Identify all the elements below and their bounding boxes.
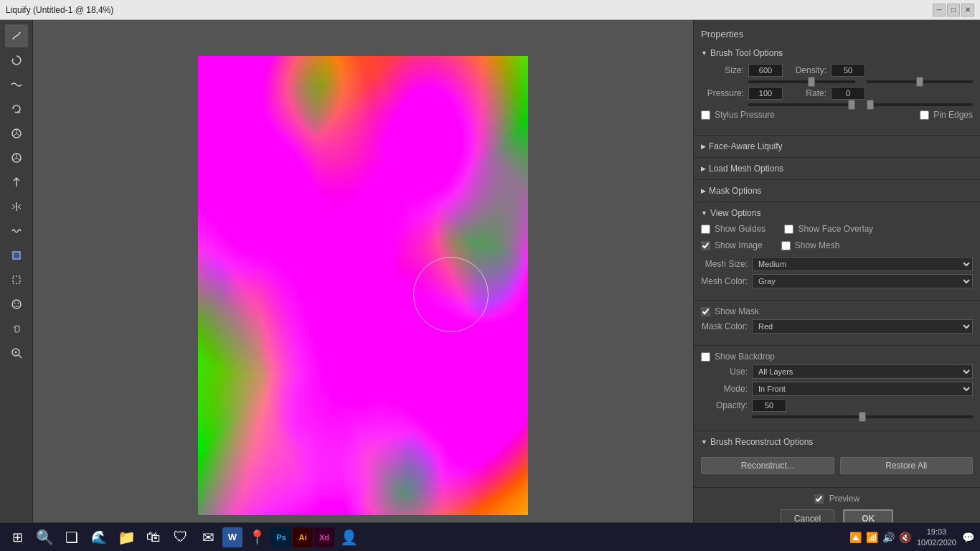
- brush-reconstruct-header[interactable]: ▼ Brush Reconstruct Options: [694, 434, 980, 450]
- pucker-tool[interactable]: [5, 122, 28, 145]
- face-aware-header[interactable]: ▶ Face-Aware Liquify: [694, 138, 980, 154]
- close-button[interactable]: ✕: [961, 4, 974, 17]
- show-backdrop-checkbox[interactable]: [701, 352, 710, 362]
- taskbar-edge[interactable]: 🌊: [86, 524, 112, 550]
- pressure-slider[interactable]: [748, 103, 855, 106]
- start-button[interactable]: ⊞: [6, 526, 29, 549]
- liquify-canvas[interactable]: [198, 56, 528, 515]
- reconstruct-buttons-row: Reconstruct... Restore All: [701, 457, 973, 474]
- divider-8: [694, 487, 980, 488]
- rate-label: Rate:: [787, 88, 826, 98]
- mask-color-select[interactable]: Red Green Blue Yellow White: [752, 319, 973, 334]
- view-options-header[interactable]: ▼ View Options: [694, 205, 980, 221]
- taskbar-store[interactable]: 🛍: [141, 524, 166, 550]
- taskbar-explorer[interactable]: 📁: [113, 524, 139, 550]
- show-image-label: Show Image: [715, 240, 763, 250]
- reconstruct-button[interactable]: Reconstruct...: [701, 457, 834, 474]
- show-image-row: Show Image: [701, 240, 763, 250]
- smooth-tool[interactable]: [5, 73, 28, 96]
- title-text: Liquify (Untitled-1 @ 18,4%): [6, 5, 113, 15]
- preview-checkbox[interactable]: [814, 494, 824, 504]
- divider-2: [694, 157, 980, 158]
- mirror-tool[interactable]: [5, 195, 28, 218]
- backdrop-opacity-label: Opacity:: [701, 400, 748, 410]
- density-input[interactable]: [831, 64, 865, 77]
- zoom-tool[interactable]: [5, 342, 28, 364]
- tray-arrow[interactable]: 🔼: [849, 532, 862, 543]
- svg-rect-11: [13, 252, 20, 259]
- right-panel: Properties ▼ Brush Tool Options Size: De…: [693, 20, 980, 551]
- twirl-clockwise-tool[interactable]: [5, 98, 28, 121]
- load-mesh-header[interactable]: ▶ Load Mesh Options: [694, 161, 980, 176]
- taskbar-task-view[interactable]: ❑: [59, 524, 85, 550]
- reconstruct-tool[interactable]: [5, 49, 28, 72]
- pressure-input[interactable]: [748, 87, 783, 100]
- density-label: Density:: [787, 65, 826, 75]
- show-face-overlay-checkbox[interactable]: [784, 225, 793, 234]
- clock[interactable]: 19:03 10/02/2020: [917, 527, 956, 547]
- mask-options-header[interactable]: ▶ Mask Options: [694, 183, 980, 199]
- preview-row: Preview: [694, 494, 980, 504]
- brush-reconstruct-content: Reconstruct... Restore All: [694, 450, 980, 484]
- thaw-mask-tool[interactable]: [5, 268, 28, 291]
- mesh-size-row: Mesh Size: Small Medium Large: [701, 257, 973, 271]
- backdrop-opacity-input[interactable]: [752, 399, 786, 412]
- minimize-button[interactable]: ─: [933, 4, 946, 17]
- warp-tool[interactable]: [5, 24, 28, 47]
- freeze-mask-tool[interactable]: [5, 244, 28, 267]
- show-guides-label: Show Guides: [715, 224, 765, 234]
- taskbar-word[interactable]: W: [222, 527, 242, 547]
- guides-faceoverlay-row: Show Guides Show Face Overlay: [701, 224, 973, 237]
- opacity-slider[interactable]: [752, 415, 973, 418]
- pin-edges-row: Pin Edges: [920, 110, 973, 120]
- left-toolbar: [0, 20, 33, 551]
- canvas-area[interactable]: 🗋 ⊞ 18,4% 25% 50% 100% ▼ 18,0/98 Doc: 24…: [33, 20, 693, 551]
- taskbar-xd[interactable]: Xd: [314, 527, 334, 547]
- canvas-content: [198, 56, 528, 515]
- title-bar: Liquify (Untitled-1 @ 18,4%) ─ □ ✕: [0, 0, 980, 20]
- hand-tool[interactable]: [5, 317, 28, 340]
- pin-edges-checkbox[interactable]: [920, 110, 929, 120]
- push-left-tool[interactable]: [5, 171, 28, 194]
- rate-slider[interactable]: [867, 103, 974, 106]
- mesh-size-select[interactable]: Small Medium Large: [752, 257, 973, 271]
- maximize-button[interactable]: □: [947, 4, 960, 17]
- size-slider[interactable]: [748, 80, 855, 83]
- size-slider-container: [748, 80, 855, 83]
- taskbar-photoshop[interactable]: Ps: [271, 527, 291, 547]
- brush-tool-options-header[interactable]: ▼ Brush Tool Options: [694, 45, 980, 61]
- notification-icon[interactable]: 💬: [962, 532, 974, 543]
- backdrop-use-select[interactable]: All Layers Background: [752, 364, 973, 379]
- opacity-slider-container: [752, 415, 973, 418]
- mute-icon[interactable]: 🔇: [899, 532, 911, 543]
- show-image-checkbox[interactable]: [701, 241, 710, 250]
- show-mask-checkbox[interactable]: [701, 307, 710, 316]
- show-guides-checkbox[interactable]: [701, 225, 710, 234]
- brush-options-arrow: ▼: [701, 50, 707, 57]
- face-tool[interactable]: [5, 293, 28, 316]
- view-options-content: Show Guides Show Face Overlay Show Image…: [694, 221, 980, 297]
- taskbar-mail[interactable]: ✉: [195, 524, 221, 550]
- mesh-color-select[interactable]: Gray Black White Red: [752, 274, 973, 288]
- density-slider[interactable]: [867, 80, 974, 83]
- taskbar-avatar[interactable]: 👤: [336, 524, 362, 550]
- backdrop-mode-select[interactable]: In Front Behind Blend: [752, 382, 973, 396]
- show-face-overlay-row: Show Face Overlay: [784, 224, 873, 234]
- turbulence-tool[interactable]: [5, 220, 28, 242]
- show-backdrop-row: Show Backdrop: [701, 352, 973, 362]
- size-input[interactable]: [748, 64, 783, 77]
- taskbar-maps[interactable]: 📍: [244, 524, 270, 550]
- stylus-pressure-checkbox[interactable]: [701, 110, 710, 120]
- volume-icon[interactable]: 🔊: [882, 532, 895, 543]
- pressure-row: Pressure: Rate:: [701, 87, 973, 100]
- show-mesh-checkbox[interactable]: [781, 241, 791, 250]
- taskbar-search[interactable]: 🔍: [32, 524, 57, 550]
- taskbar-illustrator[interactable]: Ai: [293, 527, 313, 547]
- divider-3: [694, 179, 980, 180]
- restore-all-button[interactable]: Restore All: [840, 457, 974, 474]
- rate-input[interactable]: [831, 87, 865, 100]
- taskbar-security[interactable]: 🛡: [168, 524, 194, 550]
- network-icon[interactable]: 📶: [866, 532, 878, 543]
- system-tray: 🔼 📶 🔊 🔇: [849, 532, 911, 543]
- bloat-tool[interactable]: [5, 146, 28, 169]
